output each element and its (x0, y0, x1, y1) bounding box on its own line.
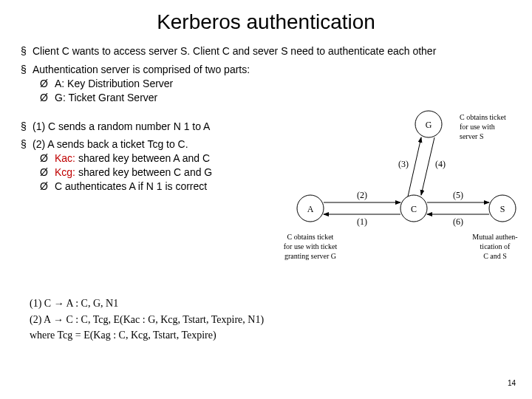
edge-5-label: (5) (453, 190, 463, 200)
bullet-marker: § (21, 44, 33, 58)
bullet-4-text: (2) A sends back a ticket Tcg to C. (33, 137, 265, 151)
sub-marker: Ø (40, 151, 55, 166)
svg-line-6 (408, 137, 421, 197)
caption-g1: C obtains ticket (460, 113, 506, 121)
bullet-2b: Ø G: Ticket Grant Server (21, 91, 511, 105)
bullet-4b: Ø Kcg: shared key between C and G (21, 166, 265, 180)
bullet-2-text: Authentication server is comprised of tw… (33, 63, 511, 77)
kac-key: Kac: (55, 152, 75, 164)
bullet-4c-text: C authenticates A if N 1 is correct (55, 180, 207, 194)
bullet-2: § Authentication server is comprised of … (21, 63, 511, 77)
bullet-marker: § (21, 137, 33, 151)
node-a-label: A (307, 204, 314, 214)
sub-marker: Ø (40, 77, 55, 91)
kcg-key: Kcg: (55, 166, 75, 178)
bullet-2a-text: A: Key Distribution Server (55, 77, 173, 91)
bullet-1: § Client C wants to access server S. Cli… (21, 44, 511, 58)
node-s-label: S (500, 204, 505, 214)
bullet-2b-text: G: Ticket Grant Server (55, 91, 157, 105)
bullet-4c: Ø C authenticates A if N 1 is correct (21, 180, 265, 194)
bullet-4a: Ø Kac: shared key between A and C (21, 151, 265, 166)
slide-title: Kerberos authentication (0, 10, 532, 34)
sub-marker: Ø (40, 91, 55, 105)
protocol-line-3: where Tcg = E(Kag : C, Kcg, Tstart, Texp… (30, 327, 264, 344)
protocol-line-1: (1) C → A : C, G, N1 (30, 296, 264, 312)
protocol-line-2: (2) A → C : C, Tcg, E(Kac : G, Kcg, Tsta… (30, 312, 264, 328)
kerberos-diagram: G A C S (1) (2) (3) (4) (5) (6) C obtain… (266, 105, 525, 275)
sub-marker: Ø (40, 180, 55, 194)
page-number: 14 (508, 379, 516, 387)
caption-g2: for use with (460, 123, 495, 131)
edge-3-label: (3) (398, 159, 409, 169)
kac-rest: shared key between A and C (75, 152, 210, 164)
node-c-label: C (411, 204, 417, 214)
node-g-label: G (426, 120, 432, 130)
caption-a1: C obtains ticket (287, 233, 334, 241)
caption-a3: granting server G (284, 252, 336, 260)
edge-2-label: (2) (357, 190, 367, 200)
bullet-3-text: (1) C sends a random number N 1 to A (33, 120, 265, 134)
bullet-marker: § (21, 63, 33, 77)
kcg-rest: shared key between C and G (75, 166, 212, 178)
bullet-2a: Ø A: Key Distribution Server (21, 77, 511, 91)
bullet-1-text: Client C wants to access server S. Clien… (33, 44, 511, 58)
sub-marker: Ø (40, 166, 55, 180)
bullet-4b-text: Kcg: shared key between C and G (55, 166, 212, 180)
edge-4-label: (4) (435, 159, 446, 169)
edge-1-label: (1) (357, 216, 367, 227)
caption-s3: C and S (483, 252, 507, 260)
caption-s2: tication of (480, 242, 511, 250)
caption-g3: server S (460, 132, 484, 140)
caption-s1: Mutual authen- (472, 233, 517, 241)
edge-6-label: (6) (453, 216, 463, 227)
caption-a2: for use with ticket (284, 242, 338, 250)
svg-line-7 (421, 137, 434, 195)
bullet-4: § (2) A sends back a ticket Tcg to C. (21, 137, 265, 151)
protocol-equations: (1) C → A : C, G, N1 (2) A → C : C, Tcg,… (30, 296, 264, 344)
bullet-3: § (1) C sends a random number N 1 to A (21, 120, 265, 134)
bullet-marker: § (21, 120, 33, 134)
bullet-4a-text: Kac: shared key between A and C (55, 151, 210, 166)
